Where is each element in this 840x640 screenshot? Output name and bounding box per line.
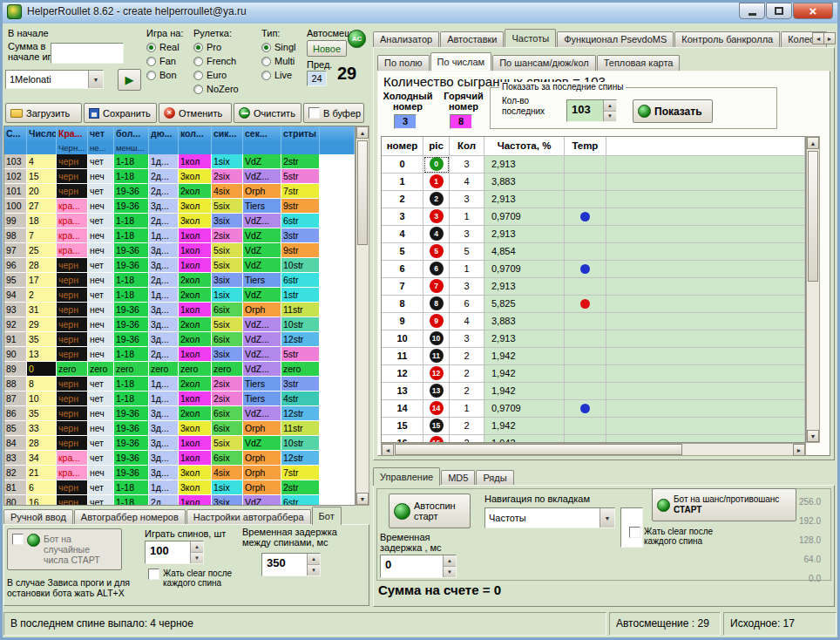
history-row[interactable]: 8334кра...чет19-363д...1кол6sixOrph12str bbox=[4, 451, 355, 466]
history-row[interactable]: 9229черннеч19-363д...2кол5sixVdZ...10str bbox=[4, 317, 355, 332]
tab-По полю[interactable]: По полю bbox=[377, 55, 430, 71]
spin-delay-value[interactable]: 350 bbox=[262, 554, 307, 575]
tab-Тепловая карта[interactable]: Тепловая карта bbox=[597, 55, 681, 71]
history-row[interactable]: 9331черннеч19-363д...1кол6sixOrph11str bbox=[4, 303, 355, 317]
clear-button[interactable]: Очистить bbox=[234, 103, 301, 123]
spin-up-icon[interactable]: ▲ bbox=[444, 555, 456, 567]
radio-Real[interactable]: Real bbox=[146, 40, 180, 54]
radio-Bon[interactable]: Bon bbox=[146, 68, 180, 82]
radio-Fan[interactable]: Fan bbox=[146, 54, 180, 68]
freq-row[interactable]: 3310,9709 bbox=[382, 208, 805, 226]
radio-French[interactable]: French bbox=[193, 54, 239, 68]
history-row[interactable]: 890zerozerozerozerozerozeroVdZ...zero bbox=[4, 362, 355, 377]
buffer-button[interactable]: В буфер bbox=[303, 103, 364, 123]
spins-count-value[interactable]: 100 bbox=[146, 541, 190, 563]
close-button[interactable]: × bbox=[793, 3, 833, 19]
history-row[interactable]: 10215черннеч1-182д...3кол2sixVdZ...5str bbox=[4, 169, 355, 184]
freq-row[interactable]: 9943,883 bbox=[382, 313, 805, 330]
bl-clear-checkbox[interactable] bbox=[148, 569, 159, 580]
spins-count-stepper[interactable]: 100 ▲ ▼ bbox=[145, 541, 204, 564]
radio-Multi[interactable]: Multi bbox=[261, 54, 295, 68]
save-button[interactable]: Сохранить bbox=[84, 103, 157, 123]
freq-row[interactable]: 101032,913 bbox=[382, 330, 805, 348]
random-bot-checkbox[interactable] bbox=[12, 534, 24, 545]
radio-Live[interactable]: Live bbox=[261, 68, 295, 82]
freq-row[interactable]: 161621,942 bbox=[382, 435, 805, 443]
scroll-left-icon[interactable]: ◄ bbox=[382, 444, 394, 456]
tab-Функционал PsevdoMS[interactable]: Функционал PsevdoMS bbox=[557, 31, 674, 47]
autoshift-new-button[interactable]: Новое bbox=[307, 40, 347, 57]
scroll-right-icon[interactable]: ► bbox=[793, 444, 805, 456]
br-clear-checkbox-row[interactable]: Жать clear после каждого спина bbox=[629, 527, 713, 546]
history-vertical-scrollbar[interactable]: ▲ ▼ bbox=[356, 126, 369, 506]
title-bar[interactable]: HelperRoullet 8.62 - create helperroulle… bbox=[0, 0, 840, 24]
br-delay-stepper[interactable]: 0 ▲ ▼ bbox=[380, 555, 457, 578]
tab-scroll-right-icon[interactable]: ► bbox=[823, 32, 836, 44]
history-col-header[interactable]: сик... bbox=[212, 126, 243, 142]
scroll-up-icon[interactable]: ▲ bbox=[356, 126, 369, 139]
tab-Автоставки[interactable]: Автоставки bbox=[440, 31, 504, 47]
tab-По числам[interactable]: По числам bbox=[430, 52, 492, 71]
tab-Ряды[interactable]: Ряды bbox=[476, 470, 513, 486]
freq-horizontal-scrollbar[interactable]: ◄ ► bbox=[381, 443, 806, 456]
history-col-header[interactable]: дю... bbox=[149, 126, 179, 142]
maximize-button[interactable] bbox=[766, 3, 792, 19]
history-scroll-thumb[interactable] bbox=[357, 140, 368, 245]
bl-clear-checkbox-row[interactable]: Жать clear после каждого спина bbox=[148, 569, 232, 588]
freq-row[interactable]: 141410,9709 bbox=[382, 400, 805, 418]
spin-up-icon[interactable]: ▲ bbox=[191, 541, 203, 553]
history-col-header[interactable]: Число bbox=[27, 126, 57, 142]
spin-up-icon[interactable]: ▲ bbox=[308, 554, 320, 565]
freq-col-header[interactable]: Temp bbox=[565, 137, 606, 156]
history-row[interactable]: 1034чернчет1-181д...1кол1sixVdZ2str bbox=[4, 154, 355, 169]
spin-down-icon[interactable]: ▼ bbox=[308, 565, 320, 575]
spin-delay-stepper[interactable]: 350 ▲ ▼ bbox=[261, 553, 321, 576]
history-row[interactable]: 888чернчет1-181д...2кол2sixTiers3str bbox=[4, 377, 355, 391]
tab-Бот[interactable]: Бот bbox=[312, 507, 342, 525]
history-col-header[interactable]: бол... bbox=[114, 126, 149, 142]
history-row[interactable]: 10120чернчет19-362д...2кол4sixOrph7str bbox=[4, 184, 355, 199]
history-row[interactable]: 9725кра...неч19-363д...1кол5sixVdZ9str bbox=[4, 243, 355, 258]
preset-combobox[interactable]: 1Melonati ▼ bbox=[5, 70, 104, 89]
history-row[interactable]: 9135черннеч19-363д...2кол6sixVdZ...12str bbox=[4, 332, 355, 347]
history-row[interactable]: 9918кра...чет1-182д...3кол3sixVdZ...6str bbox=[4, 214, 355, 228]
freq-row[interactable]: 2232,913 bbox=[382, 191, 805, 208]
tab-По шансам/дюж/кол[interactable]: По шансам/дюж/кол bbox=[492, 55, 596, 71]
freq-hscroll-thumb[interactable] bbox=[395, 444, 682, 455]
freq-row[interactable]: 1143,883 bbox=[382, 174, 805, 191]
freq-col-header[interactable]: pic bbox=[423, 137, 450, 156]
minimize-button[interactable] bbox=[739, 3, 765, 19]
history-row[interactable]: 8710чернчет1-181д...1кол2sixTiers4str bbox=[4, 391, 355, 406]
scroll-up-icon[interactable]: ▲ bbox=[807, 137, 819, 149]
last-count-stepper[interactable]: 103 ▲ ▼ bbox=[566, 99, 617, 122]
tab-Настройки автограббера[interactable]: Настройки автограббера bbox=[186, 509, 311, 525]
history-col-header[interactable]: сек... bbox=[243, 126, 281, 142]
history-row[interactable]: 816чернчет1-181д...3кол1sixOrph2str bbox=[4, 480, 355, 495]
cancel-button[interactable]: × Отменить bbox=[159, 103, 232, 123]
nav-combobox[interactable]: Частоты ▼ bbox=[484, 507, 615, 528]
history-col-header[interactable]: кол... bbox=[179, 126, 212, 142]
history-row[interactable]: 10027кра...неч19-363д...3кол5sixTiers9st… bbox=[4, 199, 355, 214]
spin-down-icon[interactable]: ▼ bbox=[444, 567, 456, 577]
buffer-checkbox[interactable] bbox=[308, 107, 320, 119]
freq-col-header[interactable]: Частота, % bbox=[484, 137, 565, 156]
load-button[interactable]: Загрузить bbox=[5, 103, 82, 123]
history-col-header[interactable]: чет bbox=[88, 126, 114, 142]
tab-scroll-left-icon[interactable]: ◄ bbox=[812, 32, 824, 44]
tab-Ручной ввод[interactable]: Ручной ввод bbox=[3, 509, 73, 525]
radio-NoZero[interactable]: NoZero bbox=[193, 82, 239, 96]
history-row[interactable]: 942чернчет1-181д...2кол1sixVdZ1str bbox=[4, 288, 355, 303]
autoshift-badge[interactable]: АС bbox=[348, 30, 366, 48]
history-col-header[interactable]: Кра... bbox=[57, 126, 88, 142]
spin-down-icon[interactable]: ▼ bbox=[191, 553, 203, 563]
history-row[interactable]: 8428чернчет19-363д...1кол5sixVdZ10str bbox=[4, 436, 355, 451]
history-col-header[interactable]: стриты bbox=[281, 126, 320, 142]
play-button[interactable]: ▶ bbox=[118, 69, 141, 91]
spin-up-icon[interactable]: ▲ bbox=[604, 100, 616, 112]
radio-Pro[interactable]: Pro bbox=[193, 40, 239, 54]
scroll-down-icon[interactable]: ▼ bbox=[356, 493, 369, 505]
start-sum-input[interactable] bbox=[51, 43, 124, 64]
freq-row[interactable]: 7732,913 bbox=[382, 278, 805, 296]
history-row[interactable]: 8221кра...неч19-363д...3кол4sixOrph7str bbox=[4, 466, 355, 480]
freq-col-header[interactable]: Кол bbox=[450, 137, 484, 156]
